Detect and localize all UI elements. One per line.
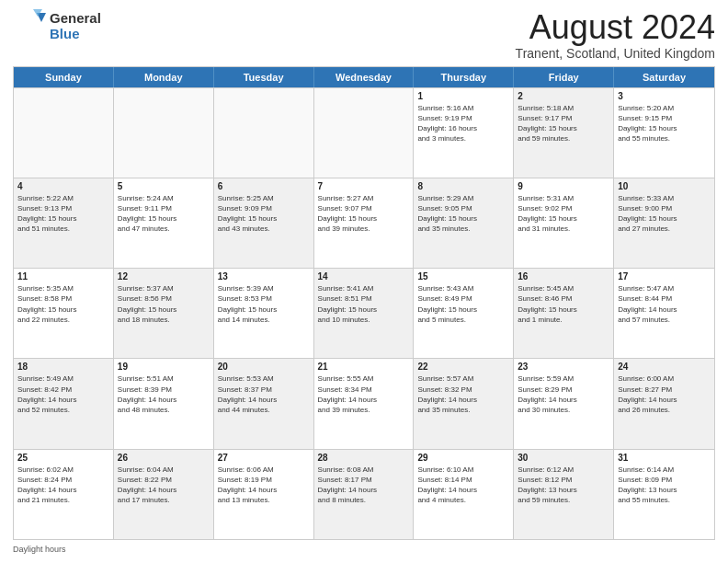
cal-header-tuesday: Tuesday — [214, 67, 314, 87]
day-info: Sunrise: 5:31 AM Sunset: 9:02 PM Dayligh… — [518, 193, 609, 235]
day-info: Sunrise: 5:33 AM Sunset: 9:00 PM Dayligh… — [618, 193, 711, 235]
cal-cell-5: 5Sunrise: 5:24 AM Sunset: 9:11 PM Daylig… — [114, 178, 214, 268]
cal-cell-12: 12Sunrise: 5:37 AM Sunset: 8:56 PM Dayli… — [114, 269, 214, 358]
day-number: 31 — [618, 453, 711, 463]
cal-cell-13: 13Sunrise: 5:39 AM Sunset: 8:53 PM Dayli… — [214, 269, 314, 358]
day-info: Sunrise: 6:10 AM Sunset: 8:14 PM Dayligh… — [417, 465, 509, 506]
day-info: Sunrise: 5:22 AM Sunset: 9:13 PM Dayligh… — [17, 193, 109, 235]
day-info: Sunrise: 5:53 AM Sunset: 8:37 PM Dayligh… — [218, 373, 310, 415]
day-number: 2 — [518, 91, 609, 101]
cal-cell-1: 1Sunrise: 5:16 AM Sunset: 9:19 PM Daylig… — [414, 88, 514, 178]
cal-cell-20: 20Sunrise: 5:53 AM Sunset: 8:37 PM Dayli… — [214, 359, 314, 448]
header: General Blue August 2024 Tranent, Scotla… — [13, 9, 715, 61]
cal-cell-25: 25Sunrise: 6:02 AM Sunset: 8:24 PM Dayli… — [14, 450, 114, 539]
day-info: Sunrise: 5:18 AM Sunset: 9:17 PM Dayligh… — [518, 103, 609, 144]
cal-header-sunday: Sunday — [14, 67, 114, 87]
day-info: Sunrise: 6:12 AM Sunset: 8:12 PM Dayligh… — [518, 465, 609, 506]
day-info: Sunrise: 6:04 AM Sunset: 8:22 PM Dayligh… — [118, 465, 210, 506]
cal-cell-16: 16Sunrise: 5:45 AM Sunset: 8:46 PM Dayli… — [514, 269, 614, 358]
cal-cell-27: 27Sunrise: 6:06 AM Sunset: 8:19 PM Dayli… — [214, 450, 314, 539]
day-info: Sunrise: 5:57 AM Sunset: 8:32 PM Dayligh… — [417, 373, 509, 415]
logo-general-text: General — [50, 10, 101, 26]
cal-header-thursday: Thursday — [414, 67, 514, 87]
day-info: Sunrise: 5:47 AM Sunset: 8:44 PM Dayligh… — [618, 283, 711, 325]
cal-cell-3: 3Sunrise: 5:20 AM Sunset: 9:15 PM Daylig… — [614, 88, 714, 178]
cal-week-3: 11Sunrise: 5:35 AM Sunset: 8:58 PM Dayli… — [14, 268, 714, 358]
day-info: Sunrise: 5:37 AM Sunset: 8:56 PM Dayligh… — [118, 283, 210, 325]
day-number: 24 — [618, 362, 711, 372]
cal-header-friday: Friday — [514, 67, 614, 87]
day-number: 29 — [417, 453, 509, 463]
cal-cell-31: 31Sunrise: 6:14 AM Sunset: 8:09 PM Dayli… — [614, 450, 714, 539]
day-info: Sunrise: 6:08 AM Sunset: 8:17 PM Dayligh… — [318, 465, 410, 506]
month-title: August 2024 — [516, 9, 715, 46]
day-number: 6 — [218, 181, 310, 191]
day-info: Sunrise: 5:24 AM Sunset: 9:11 PM Dayligh… — [118, 193, 210, 235]
footer: Daylight hours — [13, 545, 715, 554]
day-number: 27 — [218, 453, 310, 463]
day-number: 17 — [618, 271, 711, 282]
cal-week-2: 4Sunrise: 5:22 AM Sunset: 9:13 PM Daylig… — [14, 178, 714, 268]
cal-cell-23: 23Sunrise: 5:59 AM Sunset: 8:29 PM Dayli… — [514, 359, 614, 448]
day-info: Sunrise: 5:25 AM Sunset: 9:09 PM Dayligh… — [218, 193, 310, 235]
day-number: 25 — [17, 453, 109, 463]
logo-icon — [13, 9, 46, 42]
day-number: 20 — [218, 362, 310, 372]
logo-blue-text: Blue — [50, 26, 101, 41]
cal-cell-4: 4Sunrise: 5:22 AM Sunset: 9:13 PM Daylig… — [14, 178, 114, 268]
cal-cell-29: 29Sunrise: 6:10 AM Sunset: 8:14 PM Dayli… — [414, 450, 514, 539]
cal-week-1: 1Sunrise: 5:16 AM Sunset: 9:19 PM Daylig… — [14, 87, 714, 178]
cal-cell-21: 21Sunrise: 5:55 AM Sunset: 8:34 PM Dayli… — [314, 359, 415, 448]
day-number: 16 — [518, 271, 609, 282]
cal-cell-2: 2Sunrise: 5:18 AM Sunset: 9:17 PM Daylig… — [514, 88, 614, 178]
cal-cell-8: 8Sunrise: 5:29 AM Sunset: 9:05 PM Daylig… — [414, 178, 514, 268]
cal-cell-17: 17Sunrise: 5:47 AM Sunset: 8:44 PM Dayli… — [614, 269, 714, 358]
day-number: 11 — [17, 271, 109, 282]
day-info: Sunrise: 5:51 AM Sunset: 8:39 PM Dayligh… — [118, 373, 210, 415]
day-info: Sunrise: 6:06 AM Sunset: 8:19 PM Dayligh… — [218, 465, 310, 506]
cal-header-monday: Monday — [114, 67, 214, 87]
cal-cell-empty-0-3 — [314, 88, 415, 178]
day-info: Sunrise: 5:59 AM Sunset: 8:29 PM Dayligh… — [518, 373, 609, 415]
location: Tranent, Scotland, United Kingdom — [516, 46, 715, 61]
day-number: 15 — [417, 271, 509, 282]
day-info: Sunrise: 5:29 AM Sunset: 9:05 PM Dayligh… — [417, 193, 509, 235]
day-number: 28 — [318, 453, 410, 463]
cal-cell-18: 18Sunrise: 5:49 AM Sunset: 8:42 PM Dayli… — [14, 359, 114, 448]
day-info: Sunrise: 6:00 AM Sunset: 8:27 PM Dayligh… — [618, 373, 711, 415]
day-info: Sunrise: 5:55 AM Sunset: 8:34 PM Dayligh… — [318, 373, 410, 415]
day-number: 14 — [318, 271, 410, 282]
day-number: 7 — [318, 181, 410, 191]
daylight-hours-label: Daylight hours — [13, 545, 66, 554]
cal-cell-14: 14Sunrise: 5:41 AM Sunset: 8:51 PM Dayli… — [314, 269, 415, 358]
cal-cell-19: 19Sunrise: 5:51 AM Sunset: 8:39 PM Dayli… — [114, 359, 214, 448]
day-number: 10 — [618, 181, 711, 191]
day-number: 18 — [17, 362, 109, 372]
page: General Blue August 2024 Tranent, Scotla… — [0, 0, 728, 563]
cal-cell-15: 15Sunrise: 5:43 AM Sunset: 8:49 PM Dayli… — [414, 269, 514, 358]
cal-cell-28: 28Sunrise: 6:08 AM Sunset: 8:17 PM Dayli… — [314, 450, 415, 539]
day-number: 23 — [518, 362, 609, 372]
day-number: 5 — [118, 181, 210, 191]
cal-cell-26: 26Sunrise: 6:04 AM Sunset: 8:22 PM Dayli… — [114, 450, 214, 539]
day-info: Sunrise: 5:20 AM Sunset: 9:15 PM Dayligh… — [618, 103, 711, 144]
day-number: 9 — [518, 181, 609, 191]
calendar: SundayMondayTuesdayWednesdayThursdayFrid… — [13, 66, 715, 540]
day-info: Sunrise: 5:39 AM Sunset: 8:53 PM Dayligh… — [218, 283, 310, 325]
day-info: Sunrise: 5:43 AM Sunset: 8:49 PM Dayligh… — [417, 283, 509, 325]
cal-week-4: 18Sunrise: 5:49 AM Sunset: 8:42 PM Dayli… — [14, 358, 714, 448]
day-number: 8 — [417, 181, 509, 191]
calendar-body: 1Sunrise: 5:16 AM Sunset: 9:19 PM Daylig… — [14, 87, 714, 539]
cal-cell-empty-0-1 — [114, 88, 214, 178]
day-number: 22 — [417, 362, 509, 372]
cal-cell-11: 11Sunrise: 5:35 AM Sunset: 8:58 PM Dayli… — [14, 269, 114, 358]
day-number: 30 — [518, 453, 609, 463]
day-info: Sunrise: 5:41 AM Sunset: 8:51 PM Dayligh… — [318, 283, 410, 325]
day-info: Sunrise: 6:02 AM Sunset: 8:24 PM Dayligh… — [17, 465, 109, 506]
cal-cell-10: 10Sunrise: 5:33 AM Sunset: 9:00 PM Dayli… — [614, 178, 714, 268]
cal-cell-7: 7Sunrise: 5:27 AM Sunset: 9:07 PM Daylig… — [314, 178, 415, 268]
cal-cell-30: 30Sunrise: 6:12 AM Sunset: 8:12 PM Dayli… — [514, 450, 614, 539]
day-number: 21 — [318, 362, 410, 372]
day-info: Sunrise: 5:45 AM Sunset: 8:46 PM Dayligh… — [518, 283, 609, 325]
day-number: 4 — [17, 181, 109, 191]
